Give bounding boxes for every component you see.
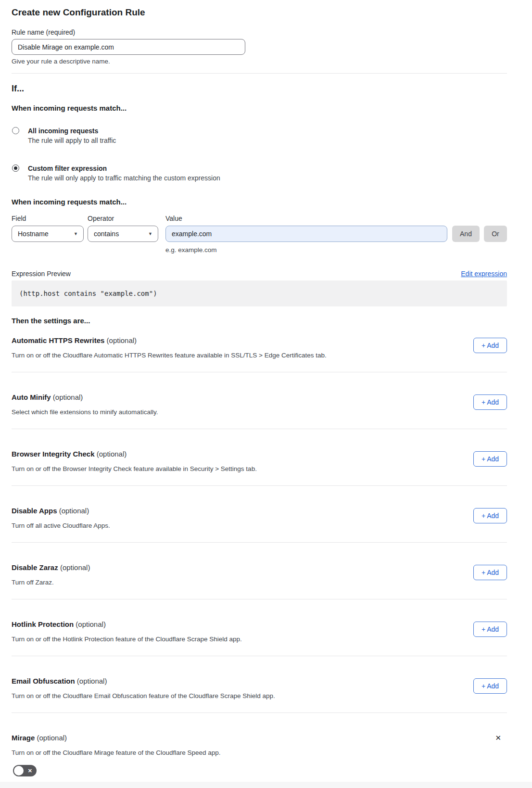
expression-preview-box: (http.host contains "example.com") — [12, 280, 507, 306]
setting-row-browser-integrity-check: Browser Integrity Check (optional) Turn … — [12, 429, 507, 486]
setting-row-auto-minify: Auto Minify (optional) Select which file… — [12, 372, 507, 429]
radio-description: The rule will only apply to traffic matc… — [28, 174, 507, 182]
match-heading: When incoming requests match... — [12, 104, 507, 113]
radio-icon[interactable] — [12, 165, 19, 172]
builder-labels: Field Operator Value — [12, 214, 507, 223]
optional-label: (optional) — [35, 734, 67, 742]
then-settings-heading: Then the settings are... — [12, 317, 507, 325]
optional-label: (optional) — [58, 563, 90, 572]
add-button[interactable]: + Add — [473, 338, 507, 353]
value-helper: e.g. example.com — [165, 246, 507, 254]
setting-row-disable-apps: Disable Apps (optional) Turn off all act… — [12, 486, 507, 543]
setting-title: Disable Zaraz — [12, 563, 58, 572]
add-button[interactable]: + Add — [473, 394, 507, 410]
field-select[interactable]: Hostname ▼ — [12, 226, 84, 242]
value-input[interactable] — [165, 226, 447, 242]
radio-label: Custom filter expression — [28, 164, 507, 173]
add-button[interactable]: + Add — [473, 565, 507, 580]
add-button[interactable]: + Add — [473, 508, 507, 523]
setting-description: Turn on or off the Browser Integrity Che… — [12, 465, 425, 473]
expression-preview-header: Expression Preview Edit expression — [12, 269, 507, 278]
radio-all-incoming-requests[interactable]: All incoming requests The rule will appl… — [12, 127, 507, 145]
optional-label: (optional) — [95, 450, 127, 458]
radio-description: The rule will apply to all traffic — [28, 136, 507, 145]
optional-label: (optional) — [74, 620, 106, 628]
rule-name-label: Rule name (required) — [12, 28, 507, 37]
close-icon[interactable]: ✕ — [495, 734, 501, 742]
rule-name-helper: Give your rule a descriptive name. — [12, 57, 507, 66]
setting-description: Turn on or off the Cloudflare Automatic … — [12, 351, 425, 360]
page-title: Create new Configuration Rule — [12, 7, 507, 18]
chevron-down-icon: ▼ — [74, 226, 78, 241]
setting-row-disable-zaraz: Disable Zaraz (optional) Turn off Zaraz.… — [12, 543, 507, 599]
or-button[interactable]: Or — [484, 226, 507, 242]
and-button[interactable]: And — [452, 226, 480, 242]
setting-title: Automatic HTTPS Rewrites — [12, 336, 104, 344]
radio-icon[interactable] — [12, 127, 19, 134]
radio-custom-filter-expression[interactable]: Custom filter expression The rule will o… — [12, 164, 507, 182]
optional-label: (optional) — [75, 677, 107, 685]
expression-builder-heading: When incoming requests match... — [12, 198, 507, 206]
setting-description: Turn on or off the Cloudflare Email Obfu… — [12, 692, 425, 700]
expression-code: (http.host contains "example.com") — [19, 290, 157, 297]
operator-select[interactable]: contains ▼ — [88, 226, 158, 242]
add-button[interactable]: + Add — [473, 678, 507, 694]
setting-description: Turn off all active Cloudflare Apps. — [12, 521, 425, 530]
setting-description: Turn on or off the Cloudflare Mirage fea… — [12, 749, 425, 757]
setting-title: Auto Minify — [12, 393, 51, 401]
setting-title: Mirage — [12, 734, 35, 742]
expression-preview-label: Expression Preview — [12, 269, 71, 278]
chevron-down-icon: ▼ — [148, 226, 152, 241]
create-configuration-rule-page: Create new Configuration Rule Rule name … — [12, 7, 507, 788]
optional-label: (optional) — [104, 336, 137, 344]
toggle-knob — [14, 766, 24, 775]
operator-label: Operator — [88, 214, 165, 223]
add-button[interactable]: + Add — [473, 451, 507, 467]
expression-builder-row: Hostname ▼ contains ▼ And Or — [12, 226, 507, 242]
toggle-off-icon: ✕ — [28, 765, 32, 776]
optional-label: (optional) — [51, 393, 83, 401]
operator-select-value: contains — [94, 230, 119, 238]
setting-title: Browser Integrity Check — [12, 450, 95, 458]
setting-description: Turn on or off the Hotlink Protection fe… — [12, 635, 425, 644]
setting-description: Select which file extensions to minify a… — [12, 408, 425, 417]
field-label: Field — [12, 214, 88, 223]
edit-expression-link[interactable]: Edit expression — [461, 269, 507, 278]
setting-row-mirage: Mirage (optional) Turn on or off the Clo… — [12, 713, 507, 788]
value-label: Value — [165, 214, 182, 223]
radio-label: All incoming requests — [28, 127, 507, 135]
mirage-toggle[interactable]: ✕ — [13, 765, 37, 776]
section-divider — [12, 73, 507, 74]
setting-row-automatic-https-rewrites: Automatic HTTPS Rewrites (optional) Turn… — [12, 325, 507, 372]
if-heading: If... — [12, 84, 507, 94]
setting-row-email-obfuscation: Email Obfuscation (optional) Turn on or … — [12, 656, 507, 713]
setting-title: Disable Apps — [12, 507, 57, 515]
setting-description: Turn off Zaraz. — [12, 578, 425, 587]
setting-title: Email Obfuscation — [12, 677, 75, 685]
optional-label: (optional) — [57, 507, 89, 515]
footer-strip — [0, 782, 532, 788]
field-select-value: Hostname — [18, 230, 49, 238]
setting-row-hotlink-protection: Hotlink Protection (optional) Turn on or… — [12, 599, 507, 656]
add-button[interactable]: + Add — [473, 622, 507, 637]
rule-name-input[interactable] — [12, 39, 245, 55]
setting-title: Hotlink Protection — [12, 620, 74, 628]
